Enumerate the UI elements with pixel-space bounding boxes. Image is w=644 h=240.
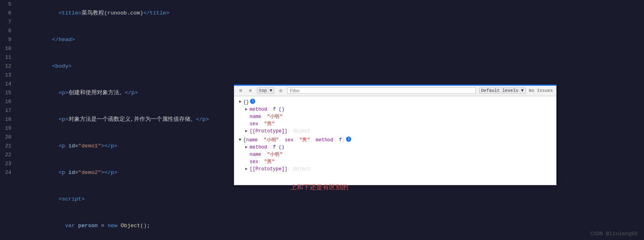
prop-sex-2: sex: "男": [244, 158, 553, 166]
prop-name-1: name: "小明": [244, 113, 553, 120]
devtools-filter-input[interactable]: [287, 87, 476, 94]
ln-18: 18: [5, 115, 11, 124]
ln-22: 22: [5, 151, 11, 159]
ln-9: 9: [5, 35, 11, 44]
code-line-5: <title>菜鸟教程(runoob.com)</title>: [19, 0, 644, 27]
ln-15: 15: [5, 89, 11, 97]
console-entry-2: ▼ { name : "小明" , sex : "男" , method : f…: [238, 137, 553, 173]
devtools-top-select[interactable]: top ▼: [257, 87, 274, 94]
prop-method-1[interactable]: ▶ method: f (): [244, 106, 553, 113]
ln-24: 24: [5, 168, 11, 177]
ln-23: 23: [5, 159, 11, 168]
ln-19: 19: [5, 124, 11, 133]
devtools-panel: ⊡ ⊘ top ▼ ◎ Default levels ▼ No Issues ▼…: [234, 85, 556, 185]
ln-16: 16: [5, 97, 11, 106]
ln-6: 6: [5, 9, 11, 18]
ln-8: 8: [5, 27, 11, 35]
ln-20: 20: [5, 133, 11, 142]
console-entry-1-props: ▶ method: f () name: "小明" sex: "男" ▶ [[P…: [238, 106, 553, 135]
devtools-issues-label: No Issues: [529, 88, 553, 93]
ln-13: 13: [5, 71, 11, 80]
devtools-levels-select[interactable]: Default levels ▼: [479, 87, 526, 94]
prop-sex-1: sex: "男": [244, 120, 553, 128]
devtools-toolbar: ⊡ ⊘ top ▼ ◎ Default levels ▼ No Issues: [234, 85, 556, 96]
csdn-watermark: CSDN @liulang68: [590, 231, 638, 237]
expand-arrow-1[interactable]: ▼: [238, 99, 242, 106]
console-entry-2-header[interactable]: ▼ { name : "小明" , sex : "男" , method : f…: [238, 137, 553, 144]
code-line-13: var person = new Object();: [19, 213, 644, 239]
prop-prototype-2[interactable]: ▶ [[Prototype]]: Object: [244, 166, 553, 173]
console-entry-1-header[interactable]: ▼ {} i: [238, 99, 553, 106]
devtools-console-icon: ⊡: [238, 87, 244, 94]
devtools-blue-bar: [234, 85, 556, 86]
ln-12: 12: [5, 62, 11, 71]
console-entry-1: ▼ {} i ▶ method: f () name: "小明" sex: "男…: [238, 99, 553, 135]
ln-5: 5: [5, 0, 11, 9]
line-numbers: 5 6 7 8 9 10 11 12 13 14 15 16 17 18 19 …: [0, 0, 16, 240]
ln-11: 11: [5, 53, 11, 62]
ln-7: 7: [5, 18, 11, 27]
devtools-content: ▼ {} i ▶ method: f () name: "小明" sex: "男…: [234, 96, 556, 185]
code-line-7: <body>: [19, 53, 644, 80]
prop-name-2: name: "小明": [244, 151, 553, 158]
devtools-ban-icon: ⊘: [247, 87, 254, 94]
ln-10: 10: [5, 44, 11, 53]
devtools-eye-icon: ◎: [277, 87, 284, 94]
ln-21: 21: [5, 142, 11, 151]
code-line-6: </head>: [19, 27, 644, 53]
expand-arrow-2[interactable]: ▼: [238, 137, 242, 144]
ln-14: 14: [5, 80, 11, 89]
info-icon-2: i: [346, 137, 351, 142]
prop-method-2[interactable]: ▶ method: f (): [244, 144, 553, 151]
prop-prototype-1[interactable]: ▶ [[Prototype]]: Object: [244, 128, 553, 135]
ln-17: 17: [5, 106, 11, 115]
chinese-note-label: 上和下还是有区别的: [290, 183, 348, 192]
console-entry-2-props: ▶ method: f () name: "小明" sex: "男" ▶ [[P…: [238, 144, 553, 173]
info-icon-1: i: [250, 99, 255, 104]
